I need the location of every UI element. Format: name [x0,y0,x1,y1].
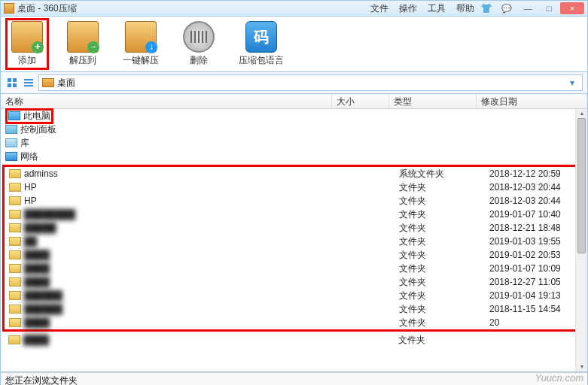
network-icon [5,152,17,161]
minimize-button[interactable]: — [518,2,538,14]
add-icon [11,21,43,53]
svg-rect-0 [8,78,11,82]
window-title: 桌面 - 360压缩 [17,2,370,15]
folder-icon [9,169,21,178]
scrollbar[interactable]: ▴ ▾ [575,109,587,371]
table-row[interactable]: HP 文件夹 2018-12-03 20:44 [5,194,583,208]
close-button[interactable]: × [560,2,584,14]
svg-rect-1 [13,78,17,82]
tree-library[interactable]: 库 [1,136,587,150]
table-row[interactable]: adminss 系统文件夹 2018-12-12 20:59 [5,167,583,180]
folder-icon [9,237,21,246]
menu-bar: 文件 操作 工具 帮助 [370,2,474,15]
folder-icon [9,183,21,192]
one-click-label: 一键解压 [123,54,159,67]
svg-rect-6 [24,85,33,86]
skin-icon[interactable] [480,2,492,14]
library-icon [5,138,17,147]
table-row[interactable]: ██████ 文件夹 2019-01-04 19:13 [5,289,583,302]
address-dropdown-icon[interactable]: ▾ [565,77,579,88]
address-box[interactable]: 桌面 ▾ [38,74,583,91]
language-icon [245,21,277,53]
table-row[interactable]: ████ 文件夹 2018-12-27 11:05 [5,275,583,289]
folder-icon [9,277,21,286]
statusbar: 您正在浏览文件夹 [0,372,588,385]
folder-icon [8,335,20,344]
scroll-thumb[interactable] [577,118,586,253]
menu-tool[interactable]: 工具 [428,2,446,15]
window-controls: 💬 — □ × [497,2,584,14]
col-size[interactable]: 大小 [332,94,389,108]
one-click-icon [125,21,157,53]
extract-to-label: 解压到 [69,54,96,67]
col-name[interactable]: 名称 [1,94,332,108]
tree-this-pc[interactable]: 此电脑 [1,109,587,123]
table-row[interactable]: ██████ 文件夹 2018-11-15 14:54 [5,302,583,316]
table-row[interactable]: HP 文件夹 2018-12-03 20:44 [5,180,583,194]
folder-icon [9,305,21,314]
table-row[interactable]: █████ 文件夹 2018-12-21 18:48 [5,221,583,235]
file-list-panel: 名称 大小 类型 修改日期 此电脑 控制面板 库 网络 adminss 系统文件… [0,94,588,372]
add-label: 添加 [18,54,36,67]
delete-button[interactable]: 删除 [178,20,219,68]
folder-icon [9,318,21,327]
maximize-button[interactable]: □ [539,2,559,14]
menu-help[interactable]: 帮助 [456,2,474,15]
table-row[interactable]: ████ 文件夹 2019-01-02 20:53 [5,248,583,262]
desktop-icon [42,78,54,87]
language-label: 压缩包语言 [239,54,284,67]
tree-control-panel-label: 控制面板 [20,123,56,136]
tree-control-panel[interactable]: 控制面板 [1,123,587,136]
table-row[interactable]: ████████ 文件夹 2019-01-07 10:40 [5,208,583,221]
scroll-up-icon[interactable]: ▴ [576,109,587,118]
folder-icon [9,223,21,232]
control-panel-icon [5,125,17,134]
col-date[interactable]: 修改日期 [477,94,587,108]
toolbar: 添加 解压到 一键解压 删除 压缩包语言 [0,17,588,72]
language-button[interactable]: 压缩包语言 [234,20,288,68]
column-headers: 名称 大小 类型 修改日期 [1,94,587,109]
tree-network[interactable]: 网络 [1,150,587,163]
menu-file[interactable]: 文件 [370,2,388,15]
delete-label: 删除 [190,54,208,67]
feedback-button[interactable]: 💬 [497,2,516,14]
view-list-button[interactable] [22,76,35,89]
table-row[interactable]: ████ 文件夹 2019-01-07 10:09 [5,262,583,275]
svg-rect-3 [13,83,17,87]
view-icons-button[interactable] [5,76,19,89]
svg-rect-4 [24,79,33,80]
tree-network-label: 网络 [20,150,38,163]
one-click-extract-button[interactable]: 一键解压 [118,20,163,68]
add-button[interactable]: 添加 [7,20,47,68]
location-tree: 此电脑 控制面板 库 网络 [1,109,587,163]
table-row[interactable]: ██ 文件夹 2019-01-03 19:55 [5,235,583,248]
tree-this-pc-label: 此电脑 [23,110,50,123]
titlebar: 桌面 - 360压缩 文件 操作 工具 帮助 💬 — □ × [0,0,588,17]
pc-icon [8,111,20,120]
scroll-down-icon[interactable]: ▾ [576,362,587,371]
watermark: Yuucn.com [535,372,583,383]
folder-icon [9,264,21,273]
address-row: 桌面 ▾ [0,72,588,94]
folder-icon [9,196,21,205]
extract-icon [67,21,99,53]
app-icon [4,3,14,14]
svg-rect-2 [8,83,11,87]
menu-operation[interactable]: 操作 [399,2,417,15]
folder-icon [9,210,21,219]
delete-icon [183,21,215,53]
folder-icon [9,250,21,259]
file-rows: adminss 系统文件夹 2018-12-12 20:59 HP 文件夹 20… [2,165,586,332]
table-row[interactable]: ████ 文件夹 [1,333,587,347]
status-text: 您正在浏览文件夹 [5,375,78,385]
svg-rect-5 [24,82,33,83]
folder-icon [9,291,21,300]
tree-library-label: 库 [20,137,29,150]
extract-to-button[interactable]: 解压到 [62,20,103,68]
address-text: 桌面 [57,77,565,89]
table-row[interactable]: ████ 文件夹 20 [5,316,583,329]
col-type[interactable]: 类型 [389,94,477,108]
